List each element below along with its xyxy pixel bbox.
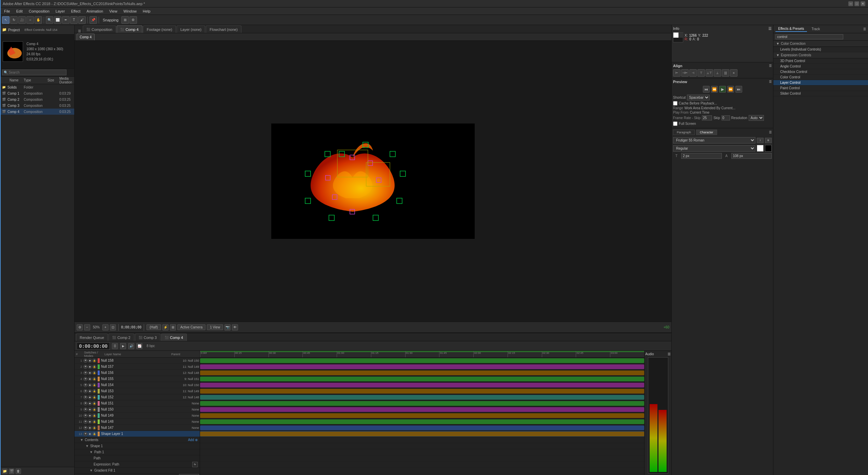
unified-camera-tool[interactable]: 🎥 xyxy=(18,16,26,24)
project-item-comp1[interactable]: 🎬 Comp 1 Composition 0:03:29 xyxy=(0,90,74,96)
menu-help[interactable]: Help xyxy=(140,8,153,14)
font-size-input[interactable] xyxy=(681,153,722,159)
layer-row-6[interactable]: 6 👁 ◉ 🔒 Null 153 11: Null 149 xyxy=(75,388,200,394)
play-pause-btn[interactable]: ▶ xyxy=(719,86,726,93)
layer-vis-9[interactable]: 👁 xyxy=(83,407,87,412)
layer-vis-10[interactable]: 👁 xyxy=(83,414,87,418)
effect-checkbox[interactable]: Checkbox Control xyxy=(773,69,868,75)
layer-solo-2[interactable]: ◉ xyxy=(88,365,92,369)
close-button[interactable]: ✕ xyxy=(861,1,865,6)
mask-tool[interactable]: ⬜ xyxy=(54,16,61,24)
comp4-inner-tab[interactable]: Comp 4 xyxy=(77,34,95,40)
preview-menu-icon[interactable]: ☰ xyxy=(769,80,772,83)
layer-lock-9[interactable]: 🔒 xyxy=(92,407,96,412)
tl-tab-comp4[interactable]: ⬛ Comp 4 xyxy=(161,334,187,341)
effect-3d-point[interactable]: 3D Point Control xyxy=(773,58,868,64)
layer-lock-11[interactable]: 🔒 xyxy=(92,420,96,424)
track-tab[interactable]: Track xyxy=(809,26,823,32)
tab-composition-viewer[interactable]: ⬛ Composition xyxy=(83,25,116,33)
align-center-h-btn[interactable]: ⊣⊢ xyxy=(681,69,689,77)
layer-vis-7[interactable]: 👁 xyxy=(83,395,87,399)
layer-solo-11[interactable]: ◉ xyxy=(88,420,92,424)
info-menu-icon[interactable]: ☰ xyxy=(768,26,772,31)
snap-options[interactable]: ⚙ xyxy=(130,16,137,24)
brush-tool[interactable]: 🖌 xyxy=(78,16,86,24)
layer-lock-5[interactable]: 🔒 xyxy=(92,383,96,387)
fill-color-box[interactable] xyxy=(757,145,764,152)
skip-input[interactable] xyxy=(722,115,730,120)
layer-vis-2[interactable]: 👁 xyxy=(83,365,87,369)
layer-lock-4[interactable]: 🔒 xyxy=(92,377,96,381)
puppet-tool[interactable]: 📌 xyxy=(90,16,97,24)
distribute-h-btn[interactable]: ||| xyxy=(722,69,729,77)
minimize-button[interactable]: ─ xyxy=(848,1,853,6)
font-style-select[interactable]: Regular xyxy=(673,145,755,152)
layer-lock-2[interactable]: 🔒 xyxy=(92,365,96,369)
layer-lock-12[interactable]: 🔒 xyxy=(92,426,96,430)
align-left-btn[interactable]: ⊢ xyxy=(673,69,680,77)
layer-lock-8[interactable]: 🔒 xyxy=(92,401,96,405)
layer-solo-8[interactable]: ◉ xyxy=(88,401,92,405)
project-item-comp2[interactable]: 🎬 Comp 2 Composition 0:03:25 xyxy=(0,96,74,102)
menu-view[interactable]: View xyxy=(106,8,120,14)
layer-row-9[interactable]: 9 👁 ◉ 🔒 Null 150 None xyxy=(75,406,200,413)
tab-comp4-viewer[interactable]: ⬛ Comp 4 xyxy=(117,25,142,33)
transparency-grid-btn[interactable]: ⊞ xyxy=(170,324,176,330)
menu-animation[interactable]: Animation xyxy=(84,8,106,14)
layer-lock-7[interactable]: 🔒 xyxy=(92,395,96,399)
text-tool[interactable]: T xyxy=(70,16,78,24)
shortcut-select[interactable]: Spacebar xyxy=(687,95,710,100)
current-time-display[interactable]: 0:00:00:00 xyxy=(77,342,110,350)
camera-btn[interactable]: Active Camera xyxy=(177,324,206,330)
layer-row-7[interactable]: 7 👁 ◉ 🔒 Null 152 12: Null 148 xyxy=(75,394,200,400)
tl-tab-render-queue[interactable]: Render Queue xyxy=(76,334,108,341)
effect-cat-color-correction[interactable]: ▼ Color Correction xyxy=(773,41,868,47)
viewer-settings-btn[interactable]: ⚙ xyxy=(77,324,83,330)
tab-layer[interactable]: Layer (none) xyxy=(177,25,205,33)
align-menu-icon[interactable]: ☰ xyxy=(769,64,772,68)
layer-solo-13[interactable]: ◉ xyxy=(88,432,92,436)
effect-slider[interactable]: Slider Control xyxy=(773,91,868,96)
layer-lock-10[interactable]: 🔒 xyxy=(92,414,96,418)
layer-lock-6[interactable]: 🔒 xyxy=(92,389,96,393)
timeline-audio-btn[interactable]: 🔊 xyxy=(128,343,134,349)
menu-edit[interactable]: Edit xyxy=(14,8,25,14)
layer-vis-4[interactable]: 👁 xyxy=(83,377,87,381)
menu-layer[interactable]: Layer xyxy=(53,8,68,14)
align-bottom-btn[interactable]: ⊥ xyxy=(714,69,721,77)
resolution-btn[interactable]: (Half) xyxy=(146,324,161,330)
timeline-play-btn[interactable]: ▶ xyxy=(120,343,126,349)
project-item-comp3[interactable]: 🎬 Comp 3 Composition 0:03:25 xyxy=(0,102,74,109)
effect-color[interactable]: Color Control xyxy=(773,75,868,80)
effect-cat-expression-controls[interactable]: ▼ Expression Controls xyxy=(773,52,868,58)
viewer-zoom-in[interactable]: + xyxy=(102,324,108,330)
snapshot-btn[interactable]: 📷 xyxy=(224,324,231,330)
menu-effect[interactable]: Effect xyxy=(68,8,83,14)
menu-composition[interactable]: Composition xyxy=(26,8,52,14)
new-folder-button[interactable]: 📁 xyxy=(2,469,7,474)
layer-lock-1[interactable]: 🔒 xyxy=(92,359,96,363)
tl-tab-comp3[interactable]: ⬛ Comp 3 xyxy=(135,334,161,341)
timeline-settings-btn[interactable]: ☰ xyxy=(112,343,118,349)
char-char-tab[interactable]: Character xyxy=(696,130,717,135)
layer-row-10[interactable]: 10 👁 ◉ 🔒 Null 149 None xyxy=(75,413,200,419)
fast-preview-btn[interactable]: ⚡ xyxy=(162,324,169,330)
step-back-btn[interactable]: ⏪ xyxy=(711,86,718,93)
align-center-v-btn[interactable]: ⊥⊤ xyxy=(706,69,713,77)
layer-lock-13[interactable]: 🔒 xyxy=(92,432,96,436)
go-to-start-btn[interactable]: ⏮ xyxy=(703,86,710,93)
layer-solo-3[interactable]: ◉ xyxy=(88,371,92,375)
effects-search-input[interactable] xyxy=(775,34,843,39)
rotate-tool[interactable]: ↻ xyxy=(10,16,18,24)
layer-row-2[interactable]: 2 👁 ◉ 🔒 Null 157 11: Null 149 xyxy=(75,364,200,370)
show-hide-btn[interactable]: 👁 xyxy=(232,324,238,330)
char-menu-icon[interactable]: ☰ xyxy=(769,131,772,134)
layer-row-1[interactable]: 1 👁 ◉ 🔒 Null 158 10: Null 150 xyxy=(75,358,200,364)
layer-solo-7[interactable]: ◉ xyxy=(88,395,92,399)
layer-solo-6[interactable]: ◉ xyxy=(88,389,92,393)
bold-btn[interactable]: B xyxy=(765,138,772,143)
effect-layer-control[interactable]: Layer Control xyxy=(773,80,868,86)
char-graph-tab[interactable]: Paragraph xyxy=(673,130,695,135)
views-btn[interactable]: 1 View xyxy=(207,324,223,330)
zoom-level[interactable]: 50% xyxy=(92,325,101,329)
